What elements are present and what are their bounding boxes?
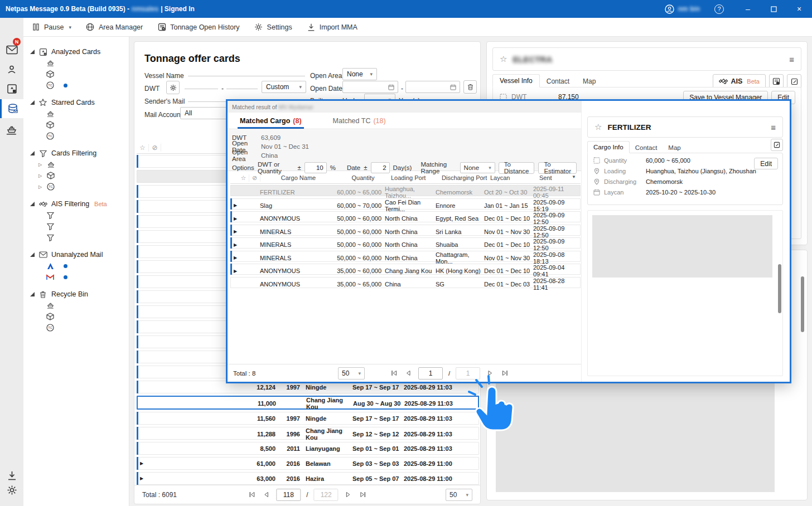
sort-icon[interactable]: ▼ [572, 174, 576, 179]
expand-arrow-icon[interactable]: ▶ [231, 203, 240, 208]
quantity-tolerance-input[interactable] [304, 162, 327, 173]
maximize-button[interactable] [761, 0, 786, 18]
star-column-icon[interactable]: ☆ [238, 174, 249, 182]
date-tolerance-input[interactable] [371, 162, 390, 173]
tab-cargo-info[interactable]: Cargo Info [587, 141, 630, 153]
star-column-icon[interactable]: ☆ [137, 144, 149, 152]
expand-arrow-icon[interactable]: ▶ [231, 229, 240, 234]
matched-cargo-row[interactable]: ▶ MINERALS 50,000 ~ 60,000 North China C… [230, 251, 581, 262]
matched-cargo-row[interactable]: ▶ ANONYMOUS 35,000 ~ 60,000 Chang Jiang … [230, 264, 581, 275]
ship-nav-icon[interactable] [0, 121, 23, 138]
dwt-min-input[interactable] [185, 78, 218, 89]
menu-icon[interactable]: ≡ [771, 123, 776, 132]
matched-cargo-row[interactable]: ▶ MINERALS 50,000 ~ 60,000 North China S… [230, 237, 581, 249]
tree-item[interactable] [23, 57, 127, 69]
tree-item[interactable] [23, 271, 127, 283]
tree-item[interactable] [23, 311, 127, 322]
table-row[interactable]: 11,560 1997 Ningde Sep 17 ~ Sep 17 2025-… [137, 412, 479, 425]
last-page-icon[interactable] [500, 369, 509, 378]
matching-range-select[interactable]: None▾ [460, 162, 495, 173]
first-page-icon[interactable] [389, 369, 398, 378]
toolbar-button[interactable]: Settings [254, 23, 292, 32]
mail-nav-icon[interactable]: N [0, 41, 23, 58]
table-row[interactable]: ▶ 63,000 2016 Hazira Sep 05 ~ Sep 07 202… [137, 472, 479, 485]
expand-arrow-icon[interactable]: ▶ [137, 476, 146, 481]
tree-section-header[interactable]: Starred Cards [23, 97, 129, 108]
mail-scrollbar[interactable] [778, 264, 781, 313]
tree-item[interactable]: ▷ [23, 159, 127, 170]
prev-page-icon[interactable] [404, 369, 413, 378]
account-menu[interactable]: nm bin [665, 4, 700, 14]
last-page-icon[interactable] [359, 490, 368, 499]
tab-matched-tc[interactable]: Matched TC(18) [333, 113, 386, 129]
expand-arrow-icon[interactable]: ▶ [231, 269, 240, 274]
matched-cargo-row[interactable]: ▶ MINERALS 50,000 ~ 60,000 North China S… [230, 225, 581, 236]
tree-item[interactable]: ▷ [23, 170, 127, 181]
tree-section-header[interactable]: Unanalyzed Mail [23, 249, 129, 260]
tree-section-header[interactable]: AIS Filtering Beta [23, 198, 129, 210]
open-date-clear-icon[interactable] [463, 80, 477, 94]
page-size-select[interactable]: 50▾ [338, 367, 365, 380]
cargo-name-column[interactable]: Cargo Name [260, 174, 336, 181]
toolbar-button[interactable]: Import MMA [307, 23, 357, 32]
edit-cargo-button[interactable]: Edit [754, 158, 778, 169]
table-row[interactable]: 11,288 1996 Chang Jiang Kou Sep 12 ~ Sep… [137, 427, 479, 440]
tree-section-header[interactable]: Cards Filtering [23, 148, 129, 159]
tree-item[interactable] [23, 210, 127, 221]
tab-matched-cargo[interactable]: Matched Cargo(8) [240, 113, 302, 129]
quantity-column[interactable]: Quantity [336, 174, 390, 181]
toolbar-button[interactable]: Area Manager [86, 23, 143, 32]
close-button[interactable]: × [786, 0, 812, 18]
menu-icon[interactable]: ≡ [789, 55, 794, 64]
page-input[interactable] [418, 367, 443, 380]
table-row[interactable]: 8,500 2011 Lianyugang Sep 01 ~ Sep 01 20… [137, 442, 479, 455]
matched-cargo-row[interactable]: ▶ ANONYMOUS 50,000 ~ 60,000 North China … [230, 211, 581, 222]
open-area-select[interactable]: None▾ [342, 68, 377, 80]
tab-contact[interactable]: Contact [540, 75, 576, 87]
tree-item[interactable]: ▷ TC [23, 181, 127, 192]
open-date-from-input[interactable] [342, 81, 398, 93]
table-row[interactable]: ▶ 61,000 2016 Belawan Sep 03 ~ Sep 03 20… [137, 457, 479, 470]
table-row[interactable]: 11,000 Chang Jiang Kou Aug 30 ~ Aug 30 2… [137, 396, 479, 410]
expand-arrow-icon[interactable]: ▶ [231, 242, 240, 247]
tree-item[interactable] [23, 232, 127, 243]
first-page-icon[interactable] [247, 490, 256, 499]
block-column-icon[interactable]: ⊘ [249, 174, 260, 182]
tree-section-header[interactable]: Recycle Bin [23, 289, 129, 300]
contacts-nav-icon[interactable] [0, 61, 23, 78]
expand-arrow-icon[interactable]: ▶ [231, 255, 240, 260]
tree-item[interactable] [23, 69, 127, 80]
expand-arrow-icon[interactable]: ▶ [231, 216, 240, 221]
edit-note-icon[interactable] [771, 139, 783, 151]
vessel-name-input[interactable] [188, 65, 305, 76]
toolbar-button[interactable]: Pause ▾ [31, 23, 71, 32]
tree-item[interactable] [23, 260, 127, 271]
block-column-icon[interactable]: ⊘ [149, 144, 161, 152]
star-icon[interactable]: ☆ [500, 54, 507, 64]
star-icon[interactable]: ☆ [594, 122, 602, 132]
help-icon[interactable]: ? [714, 4, 724, 14]
page-size-select[interactable]: 50▾ [446, 489, 472, 501]
page-input[interactable] [276, 489, 301, 501]
next-page-icon[interactable] [344, 490, 353, 499]
minimize-button[interactable]: – [735, 0, 761, 18]
tab-map[interactable]: Map [663, 142, 686, 153]
expand-arrow-icon[interactable]: ▶ [137, 461, 146, 466]
tree-item[interactable] [23, 300, 127, 311]
message-scrollbar[interactable] [801, 276, 804, 332]
tree-item[interactable]: TC [23, 130, 127, 142]
dwt-settings-icon[interactable] [166, 81, 180, 94]
cards-nav-icon[interactable] [0, 80, 23, 97]
discharging-port-column[interactable]: Discharging Port [441, 174, 489, 181]
tree-item[interactable]: TC [23, 322, 127, 333]
tab-map[interactable]: Map [576, 75, 602, 87]
matched-cargo-row[interactable]: ANONYMOUS 35,000 ~ 65,000 China SG Dec 0… [230, 277, 581, 288]
sent-column[interactable]: Sent▼ [538, 174, 581, 181]
tree-section-header[interactable]: Analyzed Cards [23, 46, 129, 57]
prev-page-icon[interactable] [262, 490, 270, 499]
tree-item[interactable] [23, 108, 127, 119]
dwt-max-input[interactable] [226, 78, 258, 89]
tree-item[interactable] [23, 119, 127, 130]
matched-cargo-row[interactable]: ▶ Slag 60,000 ~ 70,000 Cao Fei Dian Term… [230, 198, 581, 210]
tab-vessel-info[interactable]: Vessel Info [492, 74, 540, 87]
